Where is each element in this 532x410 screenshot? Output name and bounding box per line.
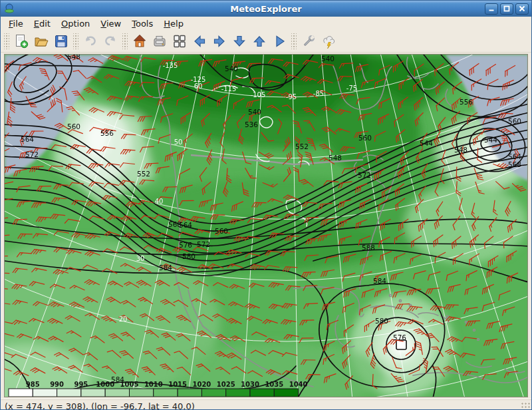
svg-text:1025: 1025: [217, 381, 235, 388]
svg-text:20: 20: [119, 315, 128, 323]
new-button[interactable]: [11, 32, 31, 51]
step-right-button[interactable]: [209, 32, 229, 51]
storm-button[interactable]: [319, 32, 338, 51]
svg-text:1035: 1035: [265, 381, 283, 388]
snapshot-button[interactable]: [150, 32, 170, 51]
cyclone-eye: [396, 340, 406, 349]
resize-grip[interactable]: [521, 402, 530, 410]
svg-text:576: 576: [393, 333, 406, 341]
svg-text:580: 580: [375, 317, 388, 325]
tile-windows-button[interactable]: [170, 32, 190, 51]
maximize-button[interactable]: [500, 3, 513, 15]
step-left-button[interactable]: [190, 32, 209, 51]
wrench-icon: [301, 33, 317, 49]
svg-text:568: 568: [508, 160, 521, 168]
menu-help[interactable]: Help: [158, 18, 189, 29]
svg-text:572: 572: [358, 171, 371, 179]
svg-text:540: 540: [248, 108, 261, 116]
svg-text:548: 548: [454, 146, 467, 154]
svg-text:564: 564: [179, 221, 192, 229]
svg-text:-95: -95: [286, 93, 297, 101]
minimize-button[interactable]: [485, 3, 498, 15]
save-floppy-icon: [53, 33, 69, 49]
close-icon: [518, 5, 526, 13]
step-down-button[interactable]: [229, 32, 249, 51]
svg-text:544: 544: [420, 139, 433, 147]
svg-text:548: 548: [67, 55, 80, 61]
menu-view[interactable]: View: [95, 18, 126, 29]
close-button[interactable]: [515, 3, 529, 15]
svg-text:588: 588: [362, 244, 375, 252]
open-button[interactable]: [31, 32, 51, 51]
tile-windows-icon: [172, 33, 188, 49]
minimize-icon: [487, 5, 495, 13]
svg-text:544: 544: [484, 136, 497, 144]
svg-text:985: 985: [26, 381, 40, 388]
svg-text:556: 556: [460, 98, 473, 106]
svg-text:560: 560: [508, 117, 521, 125]
home-button[interactable]: [130, 32, 150, 51]
window-title: MeteoExplorer: [1, 4, 531, 14]
svg-text:576: 576: [179, 241, 192, 249]
svg-text:556: 556: [100, 129, 114, 137]
new-document-icon: [13, 33, 29, 49]
svg-text:564: 564: [508, 152, 521, 160]
undo-button[interactable]: [80, 32, 100, 51]
map-viewport: 9859909951000100510101015102010251030103…: [4, 54, 528, 397]
save-button[interactable]: [51, 32, 71, 51]
redo-icon: [102, 33, 118, 49]
svg-text:584: 584: [111, 375, 124, 383]
arrow-up-icon: [251, 33, 267, 49]
toolbar-grip[interactable]: [73, 33, 78, 49]
status-bar: (x = 474, y = 308), (lon = -96.7, lat = …: [1, 399, 531, 410]
svg-text:564: 564: [21, 135, 34, 143]
toolbar: [1, 30, 531, 53]
title-bar[interactable]: MeteoExplorer: [1, 1, 531, 17]
settings-button[interactable]: [299, 32, 319, 51]
svg-text:584: 584: [159, 264, 172, 272]
snapshot-icon: [152, 33, 168, 49]
svg-text:536: 536: [245, 120, 258, 128]
step-up-button[interactable]: [249, 32, 269, 51]
svg-text:-75: -75: [346, 85, 357, 92]
svg-text:572: 572: [197, 240, 210, 248]
arrow-down-icon: [231, 33, 247, 49]
svg-text:990: 990: [50, 381, 64, 388]
svg-text:-105: -105: [251, 91, 266, 99]
svg-text:552: 552: [295, 142, 309, 150]
svg-text:995: 995: [74, 381, 88, 388]
open-folder-icon: [33, 33, 49, 49]
svg-text:572: 572: [25, 150, 39, 158]
menu-option[interactable]: Option: [56, 18, 95, 29]
redo-button[interactable]: [100, 32, 120, 51]
svg-text:50: 50: [174, 138, 183, 146]
svg-text:560: 560: [358, 134, 372, 142]
svg-text:1030: 1030: [241, 381, 259, 388]
cursor-position-readout: (x = 474, y = 308), (lon = -96.7, lat = …: [5, 401, 195, 410]
undo-icon: [82, 33, 98, 49]
svg-text:1010: 1010: [144, 381, 163, 388]
arrow-right-icon: [211, 33, 227, 49]
svg-text:1040: 1040: [289, 381, 308, 388]
menu-edit[interactable]: Edit: [29, 18, 56, 29]
app-window: MeteoExplorer File Edit Option View Tool…: [0, 0, 532, 410]
svg-text:30: 30: [136, 255, 145, 262]
toolbar-grip[interactable]: [291, 33, 297, 49]
svg-text:560: 560: [215, 227, 228, 235]
svg-text:584: 584: [373, 277, 386, 285]
map-canvas[interactable]: 9859909951000100510101015102010251030103…: [5, 55, 527, 397]
toolbar-grip[interactable]: [122, 33, 128, 49]
menu-file[interactable]: File: [3, 18, 29, 29]
play-button[interactable]: [269, 32, 289, 51]
menu-tools[interactable]: Tools: [126, 18, 158, 29]
svg-text:580: 580: [182, 252, 196, 260]
svg-text:540: 540: [321, 55, 334, 63]
svg-text:548: 548: [329, 154, 342, 162]
play-icon: [271, 33, 287, 49]
svg-text:560: 560: [67, 122, 80, 130]
maximize-icon: [503, 5, 511, 13]
menu-bar: File Edit Option View Tools Help: [1, 17, 531, 30]
svg-text:540: 540: [225, 65, 238, 73]
toolbar-grip[interactable]: [4, 33, 9, 49]
storm-cloud-icon: [321, 33, 336, 49]
